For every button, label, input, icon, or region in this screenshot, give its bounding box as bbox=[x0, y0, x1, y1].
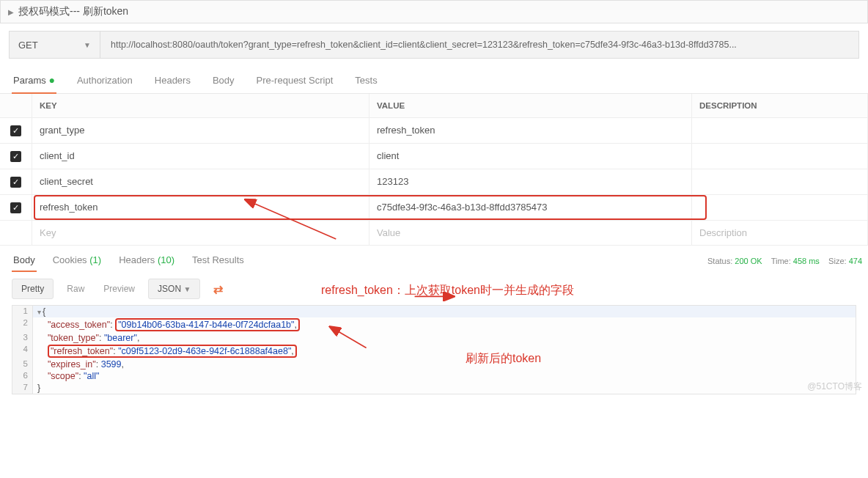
http-method-dropdown[interactable]: GET ▼ bbox=[9, 31, 100, 59]
col-key: KEY bbox=[32, 94, 369, 117]
col-desc: DESCRIPTION bbox=[692, 94, 868, 117]
view-pretty-button[interactable]: Pretty bbox=[12, 279, 54, 299]
param-row[interactable]: ✓client_idclient bbox=[0, 144, 868, 169]
param-key[interactable]: client_id bbox=[32, 144, 369, 169]
tab-params[interactable]: Params ● bbox=[12, 69, 56, 93]
rtab-headers[interactable]: Headers (10) bbox=[117, 250, 176, 271]
param-key[interactable]: grant_type bbox=[32, 118, 369, 143]
rtab-testresults[interactable]: Test Results bbox=[191, 250, 246, 271]
param-key[interactable]: client_secret bbox=[32, 169, 369, 194]
rtab-body[interactable]: Body bbox=[12, 250, 37, 271]
url-input[interactable]: http://localhost:8080/oauth/token?grant_… bbox=[100, 31, 859, 59]
tab-headers[interactable]: Headers bbox=[153, 69, 192, 93]
new-key-input[interactable]: Key bbox=[32, 221, 369, 245]
wrap-lines-icon[interactable]: ⇄ bbox=[207, 279, 229, 299]
param-row[interactable]: ✓client_secret123123 bbox=[0, 169, 868, 195]
annotation-1: refresh_token：上次获取token时一并生成的字段 bbox=[321, 283, 574, 298]
tab-body[interactable]: Body bbox=[211, 69, 236, 93]
chevron-down-icon: ▼ bbox=[183, 285, 191, 293]
chevron-down-icon: ▼ bbox=[84, 41, 91, 49]
url-row: GET ▼ http://localhost:8080/oauth/token?… bbox=[9, 31, 859, 59]
annotation-2: 刷新后的token bbox=[466, 351, 541, 367]
tab-authorization[interactable]: Authorization bbox=[76, 69, 134, 93]
url-text: http://localhost:8080/oauth/token?grant_… bbox=[111, 40, 737, 50]
params-new-row[interactable]: Key Value Description bbox=[0, 221, 868, 246]
param-value[interactable]: 123123 bbox=[369, 169, 692, 194]
new-desc-input[interactable]: Description bbox=[692, 221, 868, 245]
param-value[interactable]: client bbox=[369, 144, 692, 169]
response-summary-row: Body Cookies (1) Headers (10) Test Resul… bbox=[0, 250, 868, 271]
param-desc[interactable] bbox=[692, 169, 868, 194]
param-checkbox[interactable]: ✓ bbox=[10, 202, 21, 213]
http-method-value: GET bbox=[18, 40, 38, 51]
param-checkbox[interactable]: ✓ bbox=[10, 151, 21, 162]
col-value: VALUE bbox=[369, 94, 692, 117]
param-row[interactable]: ✓refresh_tokenc75dfe34-9f3c-46a3-b13d-8f… bbox=[0, 195, 868, 221]
param-checkbox[interactable]: ✓ bbox=[10, 125, 21, 136]
view-preview-button[interactable]: Preview bbox=[98, 279, 141, 298]
param-key[interactable]: refresh_token bbox=[32, 195, 369, 220]
response-tabs: Body Cookies (1) Headers (10) Test Resul… bbox=[12, 250, 246, 271]
unsaved-dot-icon: ● bbox=[48, 74, 54, 86]
status-text: Status: 200 OK Time: 458 ms Size: 474 bbox=[707, 257, 862, 265]
json-response-viewer[interactable]: 1▾{ 2 "access_token": "09b14b06-63ba-414… bbox=[12, 305, 856, 394]
request-title-bar[interactable]: ▶ 授权码模式--- 刷新token bbox=[0, 0, 868, 23]
param-desc[interactable] bbox=[692, 195, 868, 220]
param-row[interactable]: ✓grant_typerefresh_token bbox=[0, 118, 868, 144]
request-tabs: Params ● Authorization Headers Body Pre-… bbox=[0, 69, 868, 94]
format-dropdown[interactable]: JSON ▼ bbox=[148, 279, 200, 299]
tab-prerequest[interactable]: Pre-request Script bbox=[255, 69, 335, 93]
param-desc[interactable] bbox=[692, 118, 868, 143]
param-value[interactable]: c75dfe34-9f3c-46a3-b13d-8ffdd3785473 bbox=[369, 195, 692, 220]
view-raw-button[interactable]: Raw bbox=[61, 279, 90, 298]
new-value-input[interactable]: Value bbox=[369, 221, 692, 245]
watermark: @51CTO博客 bbox=[807, 380, 862, 393]
tab-tests[interactable]: Tests bbox=[353, 69, 378, 93]
param-value[interactable]: refresh_token bbox=[369, 118, 692, 143]
request-title: 授权码模式--- 刷新token bbox=[18, 5, 128, 18]
param-checkbox[interactable]: ✓ bbox=[10, 177, 21, 188]
rtab-cookies[interactable]: Cookies (1) bbox=[51, 250, 103, 271]
params-header-row: KEY VALUE DESCRIPTION bbox=[0, 94, 868, 118]
param-desc[interactable] bbox=[692, 144, 868, 169]
collapse-toggle-icon[interactable]: ▶ bbox=[8, 8, 14, 16]
